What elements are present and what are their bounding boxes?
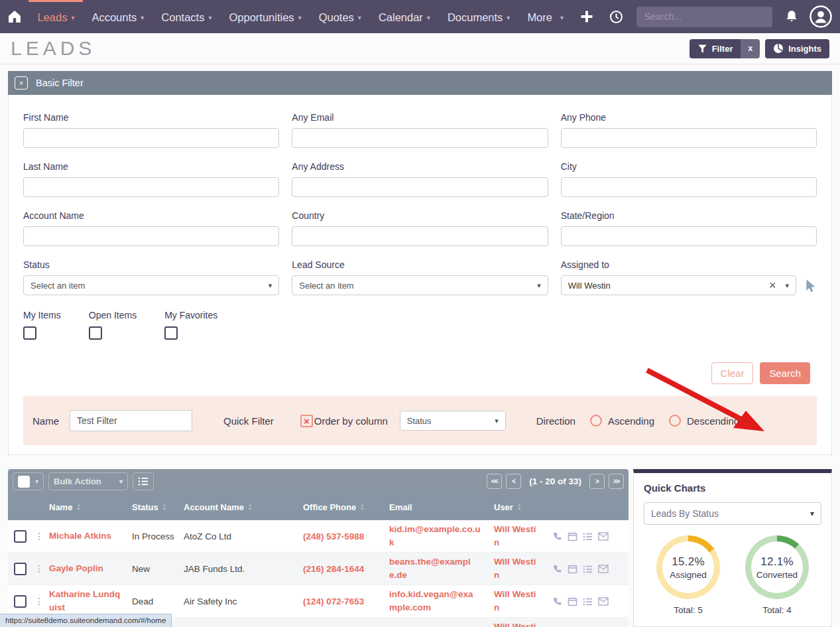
descending-radio[interactable] bbox=[669, 415, 681, 427]
search-button[interactable]: Search bbox=[760, 362, 810, 384]
filter-name-input[interactable] bbox=[70, 410, 192, 431]
chevron-down-icon: ▾ bbox=[560, 14, 564, 21]
lead-source-select[interactable]: Select an item ▾ bbox=[292, 275, 548, 295]
nav-more[interactable]: More▾ bbox=[518, 0, 572, 33]
first-page-button[interactable]: << bbox=[487, 474, 502, 489]
select-all-checkbox[interactable] bbox=[18, 476, 30, 488]
lead-account: Air Safety Inc bbox=[184, 596, 303, 606]
phone-icon[interactable] bbox=[552, 564, 562, 574]
calendar-icon[interactable] bbox=[568, 596, 577, 606]
lead-email-link[interactable]: kid.im@example.co.uk bbox=[389, 523, 494, 549]
nav-opportunities[interactable]: Opportunities▾ bbox=[220, 0, 310, 33]
filter-button[interactable]: Filter bbox=[690, 39, 741, 58]
chevron-down-icon: ▾ bbox=[537, 281, 541, 290]
close-filter-icon[interactable]: × bbox=[15, 76, 28, 90]
user-avatar[interactable] bbox=[810, 5, 832, 28]
assigned-to-select[interactable]: Will Westin × ▾ bbox=[561, 275, 796, 295]
quick-create-icon[interactable] bbox=[572, 0, 601, 33]
row-checkbox[interactable] bbox=[14, 563, 27, 575]
page-title: LEADS bbox=[11, 37, 95, 60]
ascending-radio[interactable] bbox=[590, 415, 602, 427]
col-header-office-phone[interactable]: Office Phone▲▼ bbox=[303, 502, 389, 512]
lead-user-link[interactable]: Will Westin bbox=[494, 588, 540, 614]
nav-calendar[interactable]: Calendar▾ bbox=[370, 0, 439, 33]
list-view-icon[interactable] bbox=[583, 565, 593, 573]
col-header-user[interactable]: User▲▼ bbox=[494, 502, 552, 512]
nav-documents[interactable]: Documents▾ bbox=[439, 0, 518, 33]
any-email-field[interactable] bbox=[292, 128, 548, 148]
col-header-account-name[interactable]: Account Name▲▼ bbox=[184, 502, 303, 512]
envelope-icon[interactable] bbox=[598, 565, 609, 573]
list-view-icon[interactable] bbox=[583, 597, 593, 606]
account-name-field[interactable] bbox=[23, 226, 279, 246]
col-header-email[interactable]: Email bbox=[389, 502, 494, 512]
lead-phone-link[interactable]: (248) 537-5988 bbox=[303, 531, 389, 541]
status-select[interactable]: Select an item ▾ bbox=[23, 275, 279, 295]
my-items-checkbox[interactable] bbox=[23, 326, 36, 340]
filter-close-button[interactable]: x bbox=[741, 39, 760, 58]
next-page-button[interactable]: > bbox=[589, 474, 605, 489]
lead-user-link[interactable]: Will Westin bbox=[494, 523, 540, 549]
row-checkbox[interactable] bbox=[14, 595, 27, 608]
home-icon[interactable] bbox=[0, 0, 29, 33]
order-by-checkbox[interactable]: × bbox=[300, 415, 313, 427]
lead-name-link[interactable]: Michale Atkins bbox=[49, 529, 123, 543]
lead-name-link[interactable]: Gayle Poplin bbox=[49, 562, 123, 575]
nav-quotes[interactable]: Quotes▾ bbox=[310, 0, 370, 33]
phone-icon[interactable] bbox=[552, 596, 562, 606]
lead-user-link[interactable]: Will Westin bbox=[494, 620, 540, 627]
lead-phone-link[interactable]: (124) 072-7653 bbox=[303, 596, 389, 606]
state-region-label: State/Region bbox=[561, 210, 817, 221]
state-region-field[interactable] bbox=[561, 226, 817, 246]
nav-contacts[interactable]: Contacts▾ bbox=[152, 0, 220, 33]
nav-quotes-label: Quotes bbox=[319, 11, 354, 24]
history-icon[interactable] bbox=[601, 0, 631, 33]
last-name-field[interactable] bbox=[23, 177, 279, 197]
row-menu-icon[interactable]: ⋮ bbox=[34, 563, 49, 574]
open-items-checkbox[interactable] bbox=[89, 326, 102, 340]
any-phone-field[interactable] bbox=[561, 128, 817, 148]
open-items-label: Open Items bbox=[89, 310, 137, 320]
ascending-label: Ascending bbox=[608, 415, 654, 427]
nav-accounts[interactable]: Accounts▾ bbox=[83, 0, 152, 33]
nav-leads[interactable]: Leads▾ bbox=[29, 0, 83, 33]
phone-icon[interactable] bbox=[552, 531, 562, 541]
assigned-to-value: Will Westin bbox=[568, 281, 611, 291]
insights-button[interactable]: Insights bbox=[765, 39, 829, 58]
col-header-name[interactable]: Name▲▼ bbox=[49, 502, 132, 512]
column-chooser-button[interactable] bbox=[133, 472, 154, 490]
lead-email-link[interactable]: info.kid.vegan@example.com bbox=[389, 588, 494, 614]
lead-name-link[interactable]: Katharine Lundquist bbox=[49, 588, 123, 614]
calendar-icon[interactable] bbox=[568, 531, 577, 541]
last-page-button[interactable]: >> bbox=[609, 474, 624, 489]
lead-user-link[interactable]: Will Westin bbox=[494, 555, 540, 581]
list-view-icon[interactable] bbox=[583, 532, 593, 541]
envelope-icon[interactable] bbox=[598, 597, 609, 606]
bulk-action-select[interactable]: Bulk Action ▾ bbox=[48, 472, 128, 490]
calendar-icon[interactable] bbox=[568, 564, 577, 574]
country-field[interactable] bbox=[292, 226, 548, 246]
lead-email-link[interactable]: beans.the@example.de bbox=[389, 555, 494, 581]
any-address-field[interactable] bbox=[292, 177, 548, 197]
clear-value-icon[interactable]: × bbox=[769, 279, 776, 291]
clear-button[interactable]: Clear bbox=[711, 362, 754, 384]
city-field[interactable] bbox=[561, 177, 817, 197]
row-menu-icon[interactable]: ⋮ bbox=[34, 531, 49, 541]
direction-label: Direction bbox=[536, 415, 575, 427]
prev-page-button[interactable]: < bbox=[506, 474, 521, 489]
sort-icon: ▲▼ bbox=[76, 503, 80, 511]
my-favorites-checkbox[interactable] bbox=[164, 326, 178, 340]
notifications-icon[interactable] bbox=[778, 0, 806, 33]
chart-type-select[interactable]: Leads By Status ▾ bbox=[644, 502, 821, 525]
filter-button-group: Filter x bbox=[690, 39, 760, 58]
row-checkbox[interactable] bbox=[14, 530, 27, 543]
first-name-field[interactable] bbox=[23, 128, 279, 148]
order-by-column-select[interactable]: Status ▾ bbox=[400, 411, 506, 431]
select-all-control[interactable]: ▾ bbox=[13, 472, 44, 490]
row-menu-icon[interactable]: ⋮ bbox=[34, 596, 49, 606]
search-input[interactable] bbox=[643, 11, 766, 23]
col-header-status[interactable]: Status▲▼ bbox=[132, 502, 184, 512]
envelope-icon[interactable] bbox=[598, 532, 609, 541]
lead-phone-link[interactable]: (216) 284-1644 bbox=[303, 564, 389, 574]
filter-button-label: Filter bbox=[712, 44, 733, 54]
